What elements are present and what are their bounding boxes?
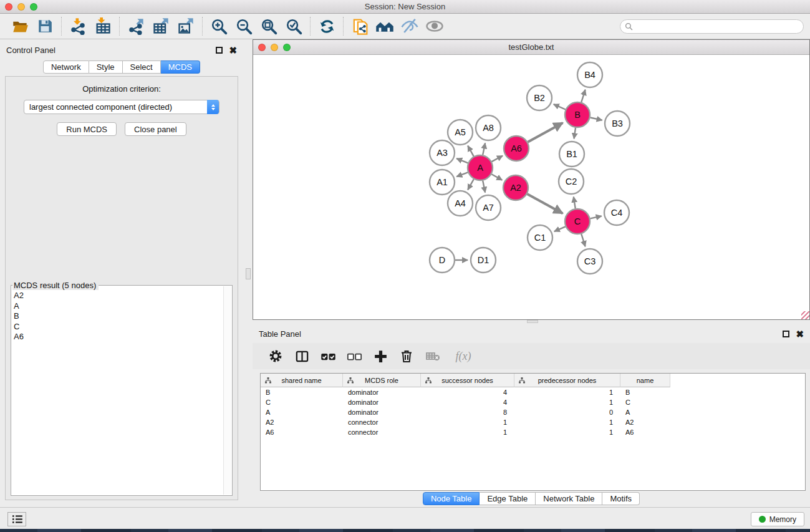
result-item[interactable]: A6 bbox=[14, 332, 222, 342]
graph-edge-A6-B[interactable] bbox=[528, 123, 562, 142]
export-table-button[interactable] bbox=[148, 16, 173, 37]
optimization-criterion-dropdown[interactable]: largest connected component (directed) bbox=[24, 100, 219, 114]
show-all-button[interactable] bbox=[422, 16, 447, 37]
window-resize-grip[interactable] bbox=[801, 311, 809, 319]
column-header-shared-name[interactable]: shared name bbox=[261, 374, 343, 387]
save-session-button[interactable] bbox=[32, 16, 57, 37]
graph-node-label: C2 bbox=[566, 177, 577, 186]
graph-edge-B-B4[interactable] bbox=[581, 90, 585, 102]
toolbar-separator bbox=[61, 17, 62, 36]
first-neighbors-button[interactable] bbox=[372, 16, 397, 37]
graph-edge-B-B1[interactable] bbox=[574, 128, 576, 139]
delete-row-trash-button[interactable] bbox=[395, 346, 418, 367]
open-session-button[interactable] bbox=[7, 16, 32, 37]
table-column-icon bbox=[295, 349, 309, 364]
graph-edge-C-C4[interactable] bbox=[590, 216, 601, 218]
apply-function-button[interactable]: f(x) bbox=[447, 346, 480, 367]
zoom-out-button[interactable] bbox=[231, 16, 256, 37]
close-window-button[interactable] bbox=[5, 3, 12, 11]
column-header-successor-nodes[interactable]: successor nodes bbox=[421, 374, 514, 387]
table-row[interactable]: A2connector11A2 bbox=[261, 417, 805, 427]
graph-edge-A-A6[interactable] bbox=[492, 156, 503, 162]
graph-edge-C-C2[interactable] bbox=[574, 197, 576, 209]
graph-edge-B-B3[interactable] bbox=[591, 117, 602, 120]
run-mcds-button[interactable]: Run MCDS bbox=[57, 122, 117, 136]
maximize-window-button[interactable] bbox=[30, 3, 37, 11]
table-cell: A bbox=[261, 409, 343, 416]
import-table-button[interactable] bbox=[90, 16, 115, 37]
float-panel-icon[interactable] bbox=[216, 47, 223, 54]
zoom-in-button[interactable] bbox=[206, 16, 231, 37]
table-tab-network-table[interactable]: Network Table bbox=[536, 492, 602, 505]
refresh-layout-button[interactable] bbox=[314, 16, 339, 37]
hide-selected-button[interactable] bbox=[397, 16, 422, 37]
table-tab-motifs[interactable]: Motifs bbox=[602, 492, 640, 505]
tab-style[interactable]: Style bbox=[89, 60, 123, 74]
tab-mcds[interactable]: MCDS bbox=[161, 60, 200, 74]
table-row[interactable]: A6connector11A6 bbox=[261, 427, 805, 437]
export-network-button[interactable] bbox=[123, 16, 148, 37]
task-history-button[interactable] bbox=[7, 512, 26, 526]
table-cell: 4 bbox=[421, 399, 514, 406]
table-row[interactable]: Adominator80A bbox=[261, 407, 805, 417]
float-table-panel-icon[interactable] bbox=[783, 331, 789, 337]
table-options-gear-button[interactable] bbox=[264, 346, 287, 367]
tab-select[interactable]: Select bbox=[123, 60, 161, 74]
graph-edge-A-A1[interactable] bbox=[456, 172, 468, 177]
delete-table-button[interactable] bbox=[421, 346, 445, 367]
network-minimize-button[interactable] bbox=[271, 44, 278, 51]
column-header-name[interactable]: name bbox=[620, 374, 670, 387]
table-panel-title: Table Panel bbox=[259, 329, 301, 339]
graph-edge-A-A5[interactable] bbox=[468, 146, 474, 157]
result-item[interactable]: A2 bbox=[14, 291, 222, 301]
minimize-window-button[interactable] bbox=[17, 3, 25, 11]
graph-edge-A2-C[interactable] bbox=[527, 194, 562, 213]
zoom-fit-button[interactable] bbox=[256, 16, 281, 37]
graph-edge-A-A2[interactable] bbox=[491, 174, 502, 180]
result-item[interactable]: C bbox=[14, 322, 222, 332]
result-item[interactable]: A bbox=[14, 301, 222, 312]
import-network-button[interactable] bbox=[65, 16, 90, 37]
memory-button[interactable]: Memory bbox=[751, 512, 804, 526]
deselect-all-checkboxes-button[interactable] bbox=[342, 346, 366, 367]
graph-edge-B-B2[interactable] bbox=[554, 104, 566, 109]
network-canvas[interactable]: B4B2BB3A8A5A6A3B1AC2A1A2A4A7C4CC1DD1C3 bbox=[253, 55, 809, 319]
network-maximize-button[interactable] bbox=[283, 44, 291, 51]
close-panel-button[interactable]: Close panel bbox=[125, 122, 186, 136]
fx-icon: f(x) bbox=[456, 350, 471, 363]
vertical-splitter-grip[interactable] bbox=[246, 268, 251, 279]
graph-edge-C-C3[interactable] bbox=[581, 234, 585, 246]
column-header-MCDS-role[interactable]: MCDS role bbox=[343, 374, 421, 387]
close-table-panel-icon[interactable]: ✖ bbox=[796, 331, 804, 337]
graph-edge-A-A4[interactable] bbox=[468, 179, 474, 190]
select-all-checkboxes-button[interactable] bbox=[316, 346, 340, 367]
network-window-titlebar[interactable]: testGlobe.txt bbox=[253, 40, 809, 55]
graph-edge-A-A7[interactable] bbox=[483, 181, 485, 193]
network-close-button[interactable] bbox=[258, 44, 266, 51]
table-panel: Table Panel ✖ bbox=[253, 323, 810, 507]
table-row[interactable]: Bdominator41B bbox=[261, 387, 805, 397]
tab-network[interactable]: Network bbox=[43, 60, 89, 74]
table-row[interactable]: Cdominator41C bbox=[261, 397, 805, 407]
graph-node-label: B bbox=[574, 110, 581, 120]
close-panel-icon[interactable]: ✖ bbox=[229, 47, 237, 54]
graph-edge-C-C1[interactable] bbox=[554, 226, 566, 231]
result-scrollbar[interactable] bbox=[223, 286, 231, 495]
network-window-title: testGlobe.txt bbox=[509, 42, 554, 52]
column-header-predecessor-nodes[interactable]: predecessor nodes bbox=[514, 374, 620, 387]
table-tab-edge-table[interactable]: Edge Table bbox=[480, 492, 536, 505]
zoom-selected-button[interactable] bbox=[281, 16, 306, 37]
graph-edge-A-A3[interactable] bbox=[456, 158, 468, 163]
graph-node-label: C1 bbox=[534, 233, 546, 243]
add-row-button[interactable] bbox=[369, 346, 392, 367]
export-image-button[interactable] bbox=[173, 16, 198, 37]
table-cell: B bbox=[620, 389, 670, 396]
search-icon bbox=[625, 22, 633, 31]
graph-edge-A-A8[interactable] bbox=[483, 143, 485, 155]
result-item[interactable]: B bbox=[14, 311, 222, 322]
search-input[interactable] bbox=[620, 19, 804, 34]
table-cell: 1 bbox=[514, 428, 620, 436]
table-tab-node-table[interactable]: Node Table bbox=[423, 492, 480, 505]
new-network-from-selection-button[interactable] bbox=[347, 16, 372, 37]
show-column-button[interactable] bbox=[290, 346, 314, 367]
